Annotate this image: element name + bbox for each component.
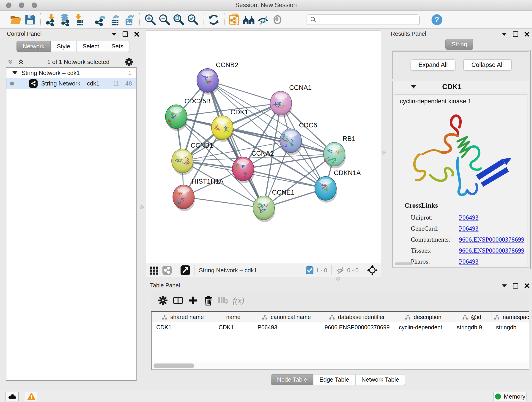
table-cell[interactable]: CDK1: [214, 322, 253, 332]
export-network-button[interactable]: [94, 13, 108, 27]
table-cell[interactable]: CDK1: [152, 322, 214, 332]
network-options-gear-icon[interactable]: [125, 57, 133, 66]
panel-close-icon[interactable]: [524, 32, 530, 37]
close-window-button[interactable]: [6, 2, 12, 8]
table-hscroll-track[interactable]: [152, 363, 529, 369]
network-node-CDC6[interactable]: CDC6: [279, 121, 317, 155]
panel-menu-icon[interactable]: [112, 33, 117, 36]
column-header-name[interactable]: name: [214, 312, 253, 322]
search-input[interactable]: [317, 16, 413, 23]
network-node-CCNE1[interactable]: CCNE1: [253, 189, 294, 222]
warnings-button[interactable]: [25, 392, 38, 401]
share-view-icon[interactable]: [162, 265, 172, 275]
column-header-shared-name[interactable]: shared name: [152, 312, 214, 322]
open-session-button[interactable]: [9, 13, 23, 27]
column-header--id[interactable]: @id: [452, 312, 491, 322]
gene-section-header[interactable]: CDK1: [393, 81, 529, 93]
tab-network-table[interactable]: Network Table: [355, 374, 405, 385]
hide-unhide-button[interactable]: [256, 13, 270, 27]
network-node-HIST1H1A[interactable]: HIST1H1A: [173, 178, 224, 211]
zoom-window-button[interactable]: [32, 2, 37, 8]
panel-close-icon[interactable]: [524, 283, 530, 288]
tab-node-table[interactable]: Node Table: [271, 374, 313, 385]
export-image-button[interactable]: [122, 13, 136, 27]
zoom-fit-button[interactable]: [171, 13, 186, 27]
table-hscroll-thumb[interactable]: [153, 364, 194, 368]
crosslink-link[interactable]: P06493: [459, 225, 479, 232]
selected-checkbox-icon[interactable]: [306, 266, 313, 274]
save-session-button[interactable]: [23, 13, 37, 27]
collapse-all-button[interactable]: Collapse All: [463, 59, 512, 70]
network-node-CCNA2[interactable]: CCNA2: [232, 150, 274, 183]
results-hscroll-thumb[interactable]: [395, 262, 413, 265]
export-table-button[interactable]: [108, 13, 122, 27]
import-network-from-file-button[interactable]: [44, 13, 58, 27]
toolbar-separator: [331, 265, 331, 275]
results-panel-tabs: String: [445, 39, 473, 50]
show-graphics-details-button[interactable]: [270, 13, 285, 27]
apply-layout-button[interactable]: [207, 13, 221, 27]
help-button[interactable]: ?: [430, 13, 444, 27]
crosslink-link[interactable]: 9606.ENSP00000378699: [459, 247, 524, 254]
share-document-icon: [229, 13, 241, 26]
cloud-button[interactable]: [6, 392, 19, 401]
zoom-selected-button[interactable]: [186, 13, 200, 27]
table-cell[interactable]: stringdb:9...: [452, 322, 491, 332]
column-header-description[interactable]: description: [394, 312, 452, 322]
zoom-out-button[interactable]: [157, 13, 171, 27]
table-options-button[interactable]: [155, 294, 171, 307]
panel-float-icon[interactable]: [513, 283, 518, 288]
share-annotations-button[interactable]: [228, 13, 242, 27]
add-column-button[interactable]: [186, 294, 201, 307]
network-collection-row[interactable]: String Network – cdk1 1: [6, 68, 136, 78]
delete-column-button[interactable]: [201, 294, 216, 307]
table-cell[interactable]: P06493: [253, 322, 320, 332]
gene-expander-icon[interactable]: [411, 85, 416, 89]
network-graph[interactable]: CCNB2CCNA1CDC25BCDK1CDC6RB1CCNB1CCNA2CDK…: [146, 31, 381, 263]
fit-content-crosshair-icon[interactable]: [367, 265, 378, 275]
column-header-canonical-name[interactable]: canonical name: [253, 312, 320, 322]
tree-expander-icon[interactable]: [12, 71, 17, 75]
network-node-CCNB1[interactable]: CCNB1: [172, 142, 213, 175]
panel-menu-icon[interactable]: [502, 284, 507, 287]
birdseye-view-icon[interactable]: [180, 265, 190, 275]
import-network-from-database-button[interactable]: [58, 13, 72, 27]
table-cell[interactable]: stringdb: [491, 322, 529, 332]
expand-all-button[interactable]: Expand All: [411, 59, 456, 70]
tab-network[interactable]: Network: [17, 41, 51, 52]
network-node-RB1[interactable]: RB1: [323, 135, 355, 168]
minimize-window-button[interactable]: [19, 2, 24, 8]
memory-button[interactable]: Memory: [494, 392, 527, 401]
crosslink-link[interactable]: 9606.ENSP00000378699: [459, 236, 524, 243]
panel-float-icon[interactable]: [513, 32, 518, 37]
panel-close-icon[interactable]: [134, 32, 139, 37]
table-row: CDK1CDK1P064939606.ENSP00000378699cyclin…: [152, 322, 529, 332]
right-splitter-handle[interactable]: [382, 151, 386, 154]
zoom-in-button[interactable]: [143, 13, 157, 27]
table-cell[interactable]: cyclin-dependent ...: [394, 322, 452, 332]
column-header-namespace[interactable]: namespace: [491, 312, 529, 322]
tab-select[interactable]: Select: [76, 41, 105, 52]
tab-edge-table[interactable]: Edge Table: [313, 374, 355, 385]
hidden-eye-slash-icon[interactable]: [336, 266, 345, 275]
tab-sets[interactable]: Sets: [105, 41, 129, 52]
table-cell[interactable]: 9606.ENSP00000378699: [320, 322, 394, 332]
string-home-button[interactable]: [242, 13, 256, 27]
crosslink-link[interactable]: P06493: [459, 214, 479, 221]
collapse-all-networks-icon[interactable]: [7, 58, 14, 65]
network-canvas[interactable]: CCNB2CCNA1CDC25BCDK1CDC6RB1CCNB1CCNA2CDK…: [146, 31, 381, 264]
show-columns-button[interactable]: [171, 294, 186, 307]
network-row[interactable]: String Network – cdk1 11 48: [6, 78, 136, 89]
import-table-from-file-button[interactable]: [72, 13, 87, 27]
bottom-splitter-handle[interactable]: [336, 277, 340, 281]
network-node-CDKN1A[interactable]: CDKN1A: [315, 169, 361, 203]
grid-view-icon[interactable]: [149, 266, 158, 275]
column-header-database-identifier[interactable]: database identifier: [320, 312, 394, 322]
panel-menu-icon[interactable]: [502, 33, 507, 36]
left-splitter-handle[interactable]: [140, 205, 144, 209]
tab-style[interactable]: Style: [51, 41, 76, 52]
crosslink-link[interactable]: P06493: [459, 258, 479, 265]
expand-all-networks-icon[interactable]: [17, 58, 24, 65]
panel-float-icon[interactable]: [123, 32, 128, 37]
tab-string[interactable]: String: [445, 39, 473, 50]
